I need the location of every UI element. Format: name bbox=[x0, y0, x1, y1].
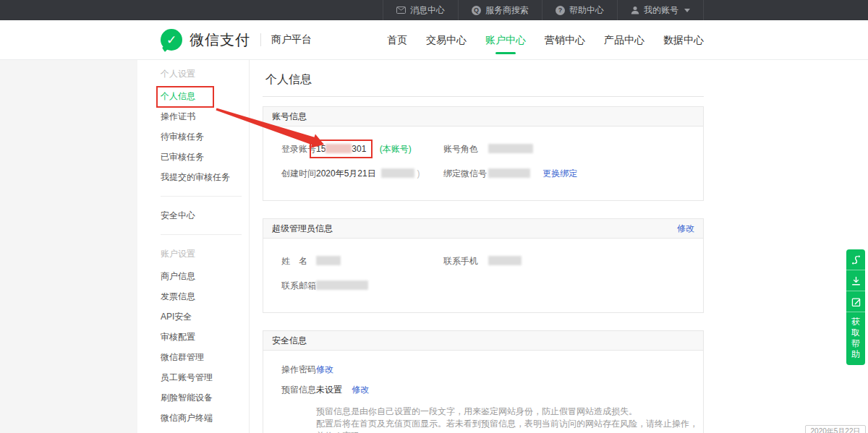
account-info-section: 账号信息 登录账号 15301 (本账号) 账号角色 bbox=[263, 106, 704, 201]
current-account-tag: (本账号) bbox=[380, 144, 412, 154]
link-icon bbox=[851, 254, 861, 265]
operation-password-edit-link[interactable]: 修改 bbox=[316, 364, 333, 374]
topbar: 消息中心 Q 服务商搜索 ? 帮助中心 我的账号 bbox=[0, 0, 868, 20]
nav-home[interactable]: 首页 bbox=[387, 20, 407, 59]
account-info-title: 账号信息 bbox=[272, 107, 307, 126]
sidebar-item-security-center[interactable]: 安全中心 bbox=[137, 205, 249, 226]
wechat-pay-logo-icon: ✓ bbox=[161, 29, 182, 51]
sidebar-item-face-smart-device[interactable]: 刷脸智能设备 bbox=[137, 387, 249, 408]
sidebar-item-pending-review-tasks[interactable]: 待审核任务 bbox=[137, 127, 249, 147]
account-role-label: 账号角色 bbox=[443, 143, 488, 155]
get-help-char: 助 bbox=[851, 349, 860, 360]
super-admin-edit-link[interactable]: 修改 bbox=[677, 219, 694, 238]
admin-phone-redacted bbox=[488, 256, 522, 265]
nav-account-center[interactable]: 账户中心 bbox=[485, 20, 526, 59]
sidebar-item-staff-account-management[interactable]: 员工账号管理 bbox=[137, 367, 249, 387]
get-help-button[interactable]: 获 取 帮 助 bbox=[846, 312, 865, 365]
sidebar-item-wechat-merchant-terminal[interactable]: 微信商户终端 bbox=[137, 408, 249, 428]
search-circle-icon: Q bbox=[472, 6, 481, 15]
page-title: 个人信息 bbox=[263, 59, 704, 87]
security-info-title: 安全信息 bbox=[272, 331, 307, 350]
topbar-help-center[interactable]: ? 帮助中心 bbox=[542, 0, 617, 20]
change-binding-link[interactable]: 更换绑定 bbox=[542, 168, 577, 179]
sidebar: 个人设置 个人信息 操作证书 待审核任务 已审核任务 我提交的审核任务 安全中心… bbox=[137, 59, 250, 433]
sidebar-divider bbox=[161, 234, 242, 235]
sidebar-item-api-security[interactable]: API安全 bbox=[137, 306, 249, 327]
content-container: 个人设置 个人信息 操作证书 待审核任务 已审核任务 我提交的审核任务 安全中心… bbox=[137, 59, 868, 433]
envelope-icon bbox=[396, 7, 406, 14]
reserved-info-edit-link[interactable]: 修改 bbox=[352, 385, 369, 395]
floating-toolbar: 获 取 帮 助 bbox=[846, 249, 865, 365]
nav-data-center[interactable]: 数据中心 bbox=[663, 20, 704, 59]
security-info-section: 安全信息 操作密码 修改 预留信息 未设置 修改 bbox=[263, 330, 704, 433]
super-admin-title: 超级管理员信息 bbox=[272, 219, 333, 238]
sidebar-item-wechat-group-management[interactable]: 微信群管理 bbox=[137, 347, 249, 367]
admin-name-redacted bbox=[316, 256, 341, 265]
page-background: 个人设置 个人信息 操作证书 待审核任务 已审核任务 我提交的审核任务 安全中心… bbox=[0, 59, 868, 433]
download-button[interactable] bbox=[846, 270, 865, 291]
brand-name: 微信支付 bbox=[190, 30, 250, 50]
sidebar-item-reviewed-tasks[interactable]: 已审核任务 bbox=[137, 147, 249, 167]
caret-down-icon bbox=[684, 9, 690, 12]
download-icon bbox=[851, 275, 861, 286]
reserved-info-label: 预留信息 bbox=[281, 384, 316, 396]
created-time-value: 2020年5月21日 bbox=[316, 168, 376, 179]
get-help-char: 帮 bbox=[851, 338, 860, 349]
question-circle-icon: ? bbox=[556, 6, 565, 15]
topbar-search-label: 服务商搜索 bbox=[485, 4, 529, 17]
super-admin-section: 超级管理员信息 修改 姓 名 联系手机 联系邮箱 bbox=[263, 218, 704, 313]
operation-password-label: 操作密码 bbox=[281, 364, 316, 376]
topbar-message-center[interactable]: 消息中心 bbox=[383, 0, 458, 20]
sidebar-item-personal-info[interactable]: 个人信息 bbox=[137, 86, 249, 106]
login-account-suffix: 301 bbox=[352, 144, 366, 154]
created-time-paren: ) bbox=[417, 168, 420, 179]
get-help-char: 获 bbox=[851, 317, 860, 327]
sidebar-item-operation-certificate[interactable]: 操作证书 bbox=[137, 106, 249, 127]
nav-transaction-center[interactable]: 交易中心 bbox=[426, 20, 467, 59]
main-nav: 首页 交易中心 账户中心 营销中心 产品中心 数据中心 bbox=[387, 20, 704, 59]
login-account-redacted bbox=[326, 144, 352, 153]
bound-wechat-label: 绑定微信号 bbox=[443, 168, 488, 180]
admin-email-label: 联系邮箱 bbox=[281, 280, 316, 292]
reserved-info-description: 预留信息是由你自己设置的一段文字，用来鉴定网站身份，防止假冒网站造成损失。 配置… bbox=[263, 406, 703, 433]
admin-phone-label: 联系手机 bbox=[443, 255, 488, 267]
feedback-button[interactable] bbox=[846, 291, 865, 312]
created-time-redacted bbox=[381, 168, 414, 178]
nav-product-center[interactable]: 产品中心 bbox=[604, 20, 644, 59]
sidebar-group-personal-settings: 个人设置 bbox=[137, 61, 249, 86]
get-help-char: 取 bbox=[851, 327, 860, 338]
login-account-prefix: 15 bbox=[316, 144, 326, 154]
link-button[interactable] bbox=[846, 249, 865, 270]
admin-email-redacted bbox=[316, 280, 368, 290]
admin-name-label: 姓 名 bbox=[281, 255, 316, 267]
title-divider bbox=[263, 96, 704, 97]
sidebar-item-review-config[interactable]: 审核配置 bbox=[137, 327, 249, 347]
sidebar-group-account-settings: 账户设置 bbox=[137, 244, 249, 266]
brand[interactable]: ✓ 微信支付 商户平台 bbox=[161, 29, 312, 51]
reserved-desc-line2: 配置后将在首页及充值页面显示。若未看到预留信息，表明当前访问的网站存在风险，请终… bbox=[316, 418, 703, 433]
brand-divider bbox=[260, 33, 261, 46]
nav-marketing-center[interactable]: 营销中心 bbox=[545, 20, 585, 59]
reserved-info-value: 未设置 bbox=[316, 385, 342, 395]
main-content: 个人信息 账号信息 登录账号 15301 (本账号) bbox=[250, 59, 868, 433]
header: ✓ 微信支付 商户平台 首页 交易中心 账户中心 营销中心 产品中心 数据中心 bbox=[0, 20, 868, 60]
login-account-highlight-box: 15301 bbox=[310, 140, 373, 158]
sidebar-item-my-submitted-tasks[interactable]: 我提交的审核任务 bbox=[137, 167, 249, 187]
topbar-message-label: 消息中心 bbox=[410, 4, 445, 17]
edit-icon bbox=[851, 296, 861, 307]
topbar-my-account[interactable]: 我的账号 bbox=[617, 0, 704, 20]
sidebar-divider bbox=[161, 196, 242, 197]
sidebar-item-invoice-info[interactable]: 发票信息 bbox=[137, 286, 249, 306]
date-tooltip: 2020年5月22日 bbox=[805, 425, 866, 433]
sidebar-item-merchant-info[interactable]: 商户信息 bbox=[137, 266, 249, 286]
topbar-help-label: 帮助中心 bbox=[569, 4, 604, 17]
account-role-redacted bbox=[488, 144, 533, 153]
bound-wechat-redacted bbox=[488, 168, 530, 178]
reserved-desc-line1: 预留信息是由你自己设置的一段文字，用来鉴定网站身份，防止假冒网站造成损失。 bbox=[316, 406, 703, 418]
created-time-label: 创建时间 bbox=[281, 168, 316, 180]
topbar-account-label: 我的账号 bbox=[644, 4, 678, 17]
user-icon bbox=[631, 6, 639, 14]
brand-platform-label: 商户平台 bbox=[271, 33, 312, 46]
topbar-service-search[interactable]: Q 服务商搜索 bbox=[458, 0, 542, 20]
